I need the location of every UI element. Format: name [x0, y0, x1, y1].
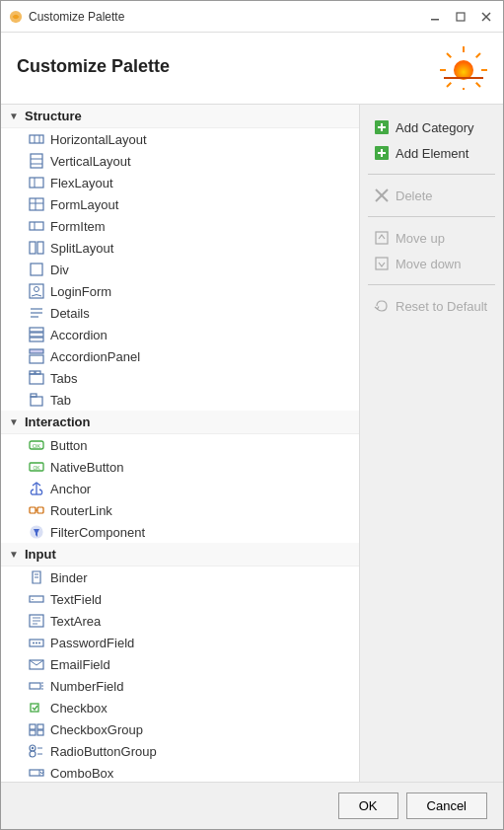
svg-point-63 [33, 642, 35, 644]
svg-rect-2 [457, 13, 465, 21]
tabs-label: Tabs [50, 371, 77, 386]
delete-label: Delete [396, 189, 433, 203]
svg-text:OK: OK [33, 465, 40, 471]
category-input-label: Input [25, 547, 56, 562]
category-input-header[interactable]: ▼ Input [1, 543, 359, 566]
list-item[interactable]: Tab [1, 389, 359, 411]
add-category-label: Add Category [396, 120, 474, 135]
delete-button[interactable]: Delete [368, 185, 495, 206]
reset-label: Reset to Default [396, 299, 487, 314]
category-interaction-header[interactable]: ▼ Interaction [1, 411, 359, 434]
list-item[interactable]: FlexLayout [1, 172, 359, 193]
delete-icon [374, 188, 390, 203]
maximize-button[interactable] [452, 8, 469, 26]
separator-3 [368, 284, 495, 285]
page-title: Customize Palette [17, 56, 170, 77]
svg-rect-38 [30, 338, 43, 341]
svg-rect-15 [30, 135, 43, 143]
textarea-icon [29, 613, 44, 629]
svg-rect-56 [30, 596, 43, 602]
list-item[interactable]: Details [1, 302, 359, 324]
list-item[interactable]: CheckboxGroup [1, 718, 359, 740]
svg-point-65 [38, 642, 40, 644]
horizontallayout-icon [29, 131, 44, 147]
svg-rect-43 [30, 374, 43, 384]
button-icon: OK [29, 437, 44, 453]
list-item[interactable]: TextArea [1, 610, 359, 632]
list-item[interactable]: OK Button [1, 434, 359, 456]
list-item[interactable]: Accordion [1, 324, 359, 345]
category-structure-label: Structure [25, 109, 82, 123]
add-element-label: Add Element [396, 146, 468, 161]
add-element-icon [374, 145, 390, 161]
svg-rect-36 [30, 328, 43, 332]
svg-rect-26 [30, 222, 43, 230]
add-category-icon [374, 119, 390, 135]
emailfield-icon [29, 656, 44, 672]
filtercomponent-icon [29, 524, 44, 540]
reset-button[interactable]: Reset to Default [368, 295, 495, 317]
close-button[interactable] [477, 8, 495, 26]
list-item[interactable]: EmailField [1, 653, 359, 675]
tab-label: Tab [50, 393, 71, 408]
list-item[interactable]: Checkbox [1, 697, 359, 718]
move-down-label: Move down [396, 257, 461, 271]
svg-rect-50 [30, 507, 36, 513]
list-item[interactable]: VerticalLayout [1, 150, 359, 172]
reset-icon [374, 298, 390, 314]
nativebutton-icon: OK [29, 459, 44, 475]
list-item[interactable]: FilterComponent [1, 521, 359, 543]
ok-button[interactable]: OK [338, 792, 398, 819]
accordion-icon [29, 327, 44, 342]
svg-rect-72 [30, 724, 36, 729]
svg-rect-28 [30, 242, 36, 254]
move-up-button[interactable]: Move up [368, 227, 495, 249]
list-item[interactable]: FormItem [1, 215, 359, 237]
list-item[interactable]: AccordionPanel [1, 345, 359, 367]
window: Customize Palette Customize Palette [0, 0, 504, 830]
palette-scroll[interactable]: ▼ Structure HorizontalLayout VerticalLay… [1, 105, 359, 782]
title-bar: Customize Palette [1, 1, 503, 33]
svg-line-12 [447, 83, 451, 87]
title-bar-text: Customize Palette [29, 10, 124, 24]
palette-panel: ▼ Structure HorizontalLayout VerticalLay… [1, 105, 360, 782]
list-item[interactable]: Binder [1, 566, 359, 588]
list-item[interactable]: RadioButtonGroup [1, 740, 359, 762]
svg-rect-23 [30, 198, 43, 210]
move-down-button[interactable]: Move down [368, 253, 495, 274]
list-item[interactable]: LoginForm [1, 280, 359, 302]
list-item[interactable]: ComboBox [1, 762, 359, 782]
list-item[interactable]: SplitLayout [1, 237, 359, 259]
window-header: Customize Palette [1, 33, 503, 105]
list-item[interactable]: NumberField [1, 675, 359, 697]
passwordfield-icon [29, 635, 44, 650]
list-item[interactable]: HorizontalLayout [1, 128, 359, 150]
cancel-button[interactable]: Cancel [406, 792, 487, 819]
list-item[interactable]: PasswordField [1, 632, 359, 653]
tab-icon [29, 392, 44, 408]
svg-rect-30 [31, 264, 42, 275]
actions-panel: Add Category Add Element Delete M [360, 105, 503, 782]
list-item[interactable]: Tabs [1, 367, 359, 389]
add-category-button[interactable]: Add Category [368, 116, 495, 138]
div-icon [29, 262, 44, 277]
svg-rect-37 [30, 333, 43, 337]
list-item[interactable]: TextField [1, 588, 359, 610]
accordionpanel-label: AccordionPanel [50, 349, 140, 364]
category-structure-header[interactable]: ▼ Structure [1, 105, 359, 128]
svg-point-77 [32, 747, 34, 749]
routerlink-icon [29, 502, 44, 518]
minimize-button[interactable] [426, 8, 444, 26]
list-item[interactable]: FormLayout [1, 193, 359, 215]
list-item[interactable]: Anchor [1, 478, 359, 499]
list-item[interactable]: Div [1, 259, 359, 280]
dialog-footer: OK Cancel [1, 782, 503, 829]
list-item[interactable]: OK NativeButton [1, 456, 359, 478]
svg-rect-74 [37, 724, 43, 729]
textfield-icon [29, 591, 44, 607]
add-element-button[interactable]: Add Element [368, 142, 495, 164]
list-item[interactable]: RouterLink [1, 499, 359, 521]
loginform-label: LoginForm [50, 284, 111, 299]
splitlayout-icon [29, 240, 44, 256]
loginform-icon [29, 283, 44, 299]
